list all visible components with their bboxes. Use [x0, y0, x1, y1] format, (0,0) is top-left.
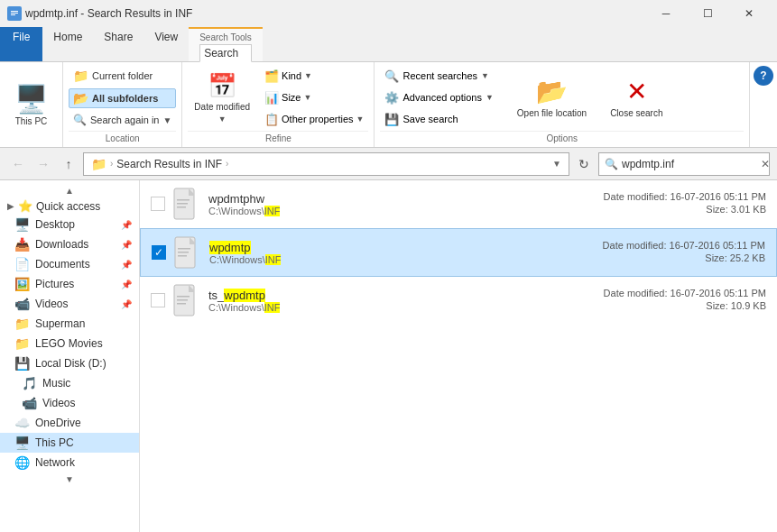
sidebar-scroll-down[interactable]: ▼	[0, 472, 139, 486]
music-icon: 🎵	[22, 376, 37, 390]
sidebar-item-lego[interactable]: 📁 LEGO Movies	[0, 334, 139, 353]
pin-icon: 📌	[121, 220, 132, 230]
save-search-icon: 💾	[384, 113, 399, 126]
current-folder-label: Current folder	[92, 70, 153, 81]
superman-icon: 📁	[14, 316, 30, 331]
forward-button[interactable]: →	[32, 153, 54, 175]
pin-icon-pics: 📌	[121, 280, 132, 289]
pin-icon-dl: 📌	[121, 240, 132, 250]
kind-label: Kind	[282, 70, 301, 81]
sidebar-item-thispc-label: This PC	[35, 436, 74, 449]
file-item-wpdmtp[interactable]: ✓ wpdmtp C:\Windows\INF Date modified: 1…	[140, 228, 777, 277]
file-item-wpdmtphw[interactable]: wpdmtphw C:\Windows\INF Date modified: 1…	[140, 180, 777, 228]
close-search-button[interactable]: ✕ Close search	[602, 72, 671, 124]
search-clear-button[interactable]: ✕	[761, 158, 770, 170]
sidebar-item-videos-label: Videos	[35, 298, 68, 310]
sidebar-item-onedrive-label: OneDrive	[35, 417, 81, 429]
sidebar-item-downloads[interactable]: 📥 Downloads 📌	[0, 234, 139, 254]
network-icon: 🌐	[14, 455, 30, 470]
sidebar-item-videos2[interactable]: 📹 Videos	[0, 393, 139, 413]
date-modified-wpdmtphw: Date modified: 16-07-2016 05:11 PM	[604, 191, 766, 202]
sidebar-item-onedrive[interactable]: ☁️ OneDrive	[0, 413, 139, 433]
open-file-icon: 📂	[536, 77, 568, 106]
close-window-button[interactable]: ✕	[728, 0, 770, 27]
sidebar-item-superman[interactable]: 📁 Superman	[0, 314, 139, 334]
tab-view[interactable]: View	[143, 27, 189, 61]
pictures-icon: 🖼️	[14, 277, 30, 291]
size-button[interactable]: 📊 Size ▼	[260, 88, 368, 107]
size-ts-wpdmtp: Size: 10.9 KB	[604, 300, 766, 311]
svg-rect-14	[177, 299, 188, 301]
desktop-icon: 🖥️	[14, 217, 30, 232]
minimize-button[interactable]: ─	[645, 0, 687, 27]
back-button[interactable]: ←	[7, 153, 29, 175]
file-icon-ts-wpdmtp	[172, 284, 201, 316]
sidebar-scroll-up[interactable]: ▲	[0, 184, 139, 197]
refresh-button[interactable]: ↻	[573, 153, 595, 175]
file-path-wpdmtphw: C:\Windows\INF	[208, 206, 597, 216]
search-again-button[interactable]: 🔍 Search again in ▼	[69, 111, 176, 129]
file-icon-wpdmtp	[173, 236, 202, 269]
sidebar-item-documents-label: Documents	[35, 258, 90, 271]
sidebar-item-network[interactable]: 🌐 Network	[0, 453, 139, 472]
address-dropdown-icon[interactable]: ▼	[552, 159, 561, 169]
sidebar-item-documents[interactable]: 📄 Documents 📌	[0, 254, 139, 274]
sidebar-quick-access-header[interactable]: ▶ ⭐ Quick access	[0, 197, 139, 215]
sidebar-item-pictures[interactable]: 🖼️ Pictures 📌	[0, 274, 139, 294]
title-bar-controls: ─ ☐ ✕	[645, 0, 770, 27]
this-pc-button[interactable]: 🖥️ This PC	[7, 79, 55, 130]
file-item-ts-wpdmtp[interactable]: ts_wpdmtp C:\Windows\INF Date modified: …	[140, 277, 777, 325]
checkbox-wpdmtphw[interactable]	[151, 197, 165, 211]
ribbon-group-thispc: 🖥️ This PC	[0, 62, 63, 147]
date-modified-button[interactable]: 📅 Date modified ▼	[188, 68, 256, 128]
search-input[interactable]	[622, 158, 757, 170]
svg-rect-13	[177, 296, 190, 298]
sidebar-item-lego-label: LEGO Movies	[35, 337, 103, 350]
sidebar-item-videos[interactable]: 📹 Videos 📌	[0, 294, 139, 314]
advanced-options-icon: ⚙️	[384, 91, 399, 105]
ribbon-group-options: 🔍 Recent searches ▼ ⚙️ Advanced options …	[375, 62, 750, 147]
advanced-options-button[interactable]: ⚙️ Advanced options ▼	[380, 88, 497, 107]
other-properties-button[interactable]: 📋 Other properties ▼	[260, 110, 368, 129]
breadcrumb-crumb: Search Results in INF	[116, 158, 222, 170]
svg-rect-15	[177, 303, 186, 305]
breadcrumb-icon: 📁	[91, 157, 106, 171]
videos-icon: 📹	[14, 297, 30, 311]
recent-searches-button[interactable]: 🔍 Recent searches ▼	[380, 67, 497, 86]
checkbox-wpdmtp[interactable]: ✓	[152, 245, 166, 260]
up-button[interactable]: ↑	[58, 153, 79, 175]
videos2-icon: 📹	[22, 396, 37, 410]
all-subfolders-button[interactable]: 📂 All subfolders	[69, 88, 176, 108]
tab-file[interactable]: File	[0, 27, 42, 61]
search-box[interactable]: 🔍 ✕	[598, 152, 770, 176]
other-properties-label: Other properties	[282, 114, 353, 124]
tab-share[interactable]: Share	[93, 27, 143, 61]
checkbox-ts-wpdmtp[interactable]	[151, 293, 165, 307]
thispc-icon: 🖥️	[14, 436, 30, 450]
sidebar-item-music[interactable]: 🎵 Music	[0, 373, 139, 393]
size-wpdmtphw: Size: 3.01 KB	[604, 204, 766, 215]
ribbon-group-refine: 📅 Date modified ▼ 🗂️ Kind ▼ 📊 Size ▼ 📋 O…	[182, 62, 375, 147]
open-file-location-button[interactable]: 📂 Open file location	[509, 72, 595, 124]
sidebar-item-pictures-label: Pictures	[35, 278, 74, 290]
save-search-button[interactable]: 💾 Save search	[380, 110, 497, 129]
size-label: Size	[282, 92, 301, 103]
maximize-button[interactable]: ☐	[687, 0, 728, 27]
search-again-label: Search again in	[90, 115, 159, 125]
current-folder-button[interactable]: 📁 Current folder	[69, 66, 176, 86]
quick-access-label: Quick access	[36, 200, 100, 213]
sidebar-item-thispc[interactable]: 🖥️ This PC	[0, 433, 139, 453]
this-pc-label: This PC	[15, 116, 48, 126]
date-modified-wpdmtp: Date modified: 16-07-2016 05:11 PM	[603, 240, 765, 251]
file-name-wpdmtp: wpdmtp	[209, 241, 596, 254]
sidebar-item-localdisk[interactable]: 💾 Local Disk (D:)	[0, 353, 139, 373]
date-modified-label: Date modified	[194, 102, 250, 113]
tab-search-tools[interactable]: Search Tools Search	[189, 27, 263, 61]
kind-button[interactable]: 🗂️ Kind ▼	[260, 67, 368, 86]
sidebar-item-desktop[interactable]: 🖥️ Desktop 📌	[0, 215, 139, 234]
tab-home[interactable]: Home	[42, 27, 93, 61]
address-bar[interactable]: 📁 › Search Results in INF › ▼	[83, 152, 569, 176]
help-button[interactable]: ?	[754, 66, 773, 86]
title-bar: wpdmtp.inf - Search Results in INF ─ ☐ ✕	[0, 0, 777, 27]
file-meta-wpdmtphw: Date modified: 16-07-2016 05:11 PM Size:…	[604, 191, 766, 216]
